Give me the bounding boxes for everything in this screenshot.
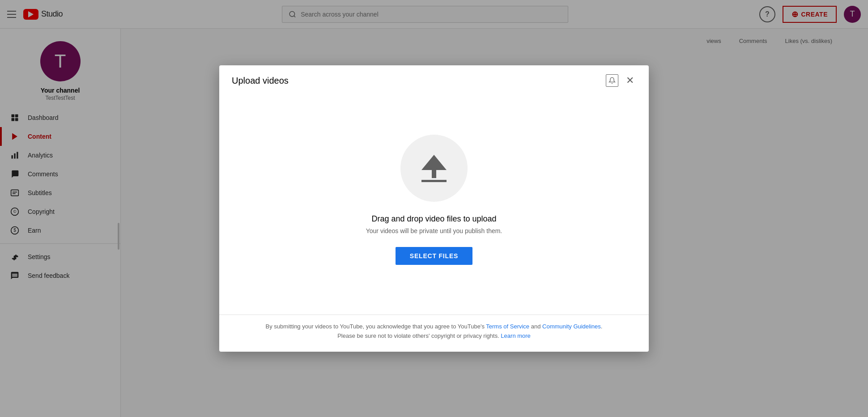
modal-footer: By submitting your videos to YouTube, yo… <box>219 315 649 352</box>
arrow-head <box>421 155 447 170</box>
learn-more-link[interactable]: Learn more <box>501 332 530 339</box>
footer-text-line1: By submitting your videos to YouTube, yo… <box>232 322 636 332</box>
upload-title: Drag and drop video files to upload <box>371 214 496 224</box>
modal-header: Upload videos ✕ <box>219 65 649 94</box>
alert-icon <box>608 77 616 84</box>
arrow-base <box>421 180 447 182</box>
upload-subtitle: Your videos will be private until you pu… <box>366 227 502 234</box>
footer-text-line2: Please be sure not to violate others' co… <box>232 332 636 341</box>
footer-text-before: By submitting your videos to YouTube, yo… <box>266 323 486 330</box>
terms-of-service-link[interactable]: Terms of Service <box>486 323 529 330</box>
upload-icon <box>421 155 447 182</box>
modal-title: Upload videos <box>232 76 289 86</box>
modal-close-button[interactable]: ✕ <box>624 74 636 87</box>
upload-modal: Upload videos ✕ Drag and drop video file… <box>219 65 649 352</box>
upload-drop-zone[interactable] <box>400 135 468 202</box>
footer-text2: Please be sure not to violate others' co… <box>337 332 501 339</box>
community-guidelines-link[interactable]: Community Guidelines <box>542 323 601 330</box>
modal-alert-button[interactable] <box>606 74 618 87</box>
footer-period: . <box>601 323 603 330</box>
footer-and: and <box>529 323 542 330</box>
select-files-button[interactable]: SELECT FILES <box>396 247 472 265</box>
arrow-shaft <box>432 170 436 178</box>
modal-body: Drag and drop video files to upload Your… <box>219 94 649 315</box>
modal-header-actions: ✕ <box>606 74 636 87</box>
